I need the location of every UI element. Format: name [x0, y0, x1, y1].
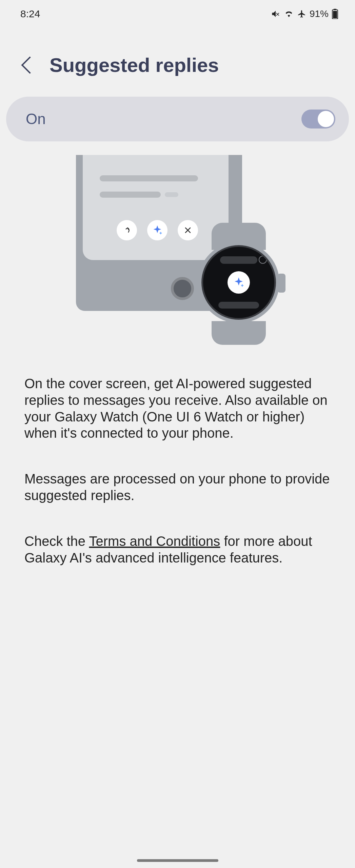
- airplane-icon: [297, 9, 306, 18]
- wifi-icon: [284, 10, 294, 18]
- description-p2: Messages are processed on your phone to …: [24, 471, 331, 504]
- watch-illustration: [195, 223, 283, 345]
- reply-arrow-icon: [117, 220, 137, 240]
- illustration: [0, 141, 355, 345]
- toggle-label: On: [26, 111, 46, 127]
- battery-text: 91%: [310, 8, 329, 19]
- status-time: 8:24: [20, 8, 40, 20]
- sparkle-icon: [147, 220, 167, 240]
- toggle-row[interactable]: On: [6, 97, 349, 141]
- status-bar: 8:24 91%: [0, 0, 355, 26]
- page-title: Suggested replies: [50, 54, 219, 76]
- battery-icon: [332, 9, 338, 19]
- header: Suggested replies: [0, 26, 355, 97]
- description-p1: On the cover screen, get AI-powered sugg…: [24, 375, 331, 441]
- home-indicator[interactable]: [137, 859, 218, 862]
- status-icons: 91%: [271, 8, 338, 19]
- phone-home-icon: [171, 277, 194, 300]
- toggle-switch[interactable]: [301, 110, 335, 129]
- svg-rect-2: [333, 11, 337, 18]
- mute-icon: [271, 9, 280, 19]
- description: On the cover screen, get AI-powered sugg…: [0, 345, 355, 566]
- description-p3: Check the Terms and Conditions for more …: [24, 533, 331, 566]
- switch-thumb: [318, 111, 334, 127]
- terms-link[interactable]: Terms and Conditions: [89, 534, 220, 549]
- back-icon[interactable]: [21, 56, 39, 74]
